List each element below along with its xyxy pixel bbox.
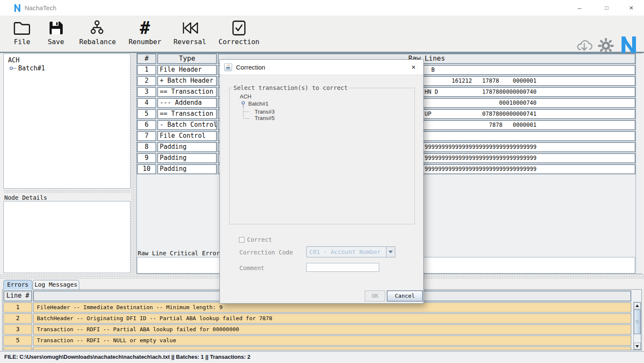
comment-input[interactable] (306, 263, 379, 272)
error-row[interactable]: 5Transaction -- RDFI -- NULL or empty va… (3, 335, 631, 346)
toolbar: File Save Rebalance # Renumber Reversal … (0, 16, 644, 53)
node-details-panel (3, 201, 130, 273)
scrollbar-thumb[interactable] (634, 310, 641, 334)
error-row[interactable]: 3Transaction -- RDFI -- Partial ABA look… (3, 324, 631, 335)
app-window: NachaTech – □ × File Save Rebalance # Re… (0, 0, 644, 363)
tab-errors[interactable]: Errors (3, 280, 32, 290)
dialog-title-bar[interactable]: Correction × (220, 60, 423, 75)
reversal-button[interactable]: Reversal (173, 20, 207, 51)
dialog-title: Correction (236, 64, 265, 71)
raw-line-critical-error-label: Raw Line Critical Error (138, 250, 220, 257)
column-header-num[interactable]: # (137, 53, 156, 64)
correct-checkbox[interactable] (239, 237, 244, 243)
close-button[interactable]: × (622, 0, 641, 16)
dialog-close-icon[interactable]: × (409, 63, 418, 72)
rebalance-button-label: Rebalance (79, 38, 115, 46)
cancel-button[interactable]: Cancel (387, 290, 423, 302)
correction-button-label: Correction (218, 38, 260, 46)
floppy-disk-icon (43, 20, 69, 36)
scroll-up-arrow-icon[interactable] (634, 302, 641, 309)
hierarchy-icon (79, 20, 115, 36)
save-button-label: Save (43, 38, 69, 46)
dialog-tree-item-trans3[interactable]: Trans#3 (255, 109, 275, 115)
table-scrollbar-track[interactable] (636, 53, 642, 274)
java-cup-icon (224, 63, 232, 71)
correction-code-label: Correction Code (239, 249, 293, 256)
column-header-type[interactable]: Type (157, 53, 217, 64)
renumber-button-label: Renumber (128, 38, 162, 46)
app-logo-icon (14, 4, 21, 14)
correction-code-dropdown[interactable]: C01 - Account Number (306, 246, 395, 257)
vertical-splitter[interactable] (131, 53, 136, 274)
tree-item-batch1[interactable]: Batch#1 (9, 64, 45, 72)
file-button[interactable]: File (9, 20, 35, 51)
rewind-icon (173, 20, 207, 36)
error-row-partial[interactable] (3, 346, 631, 350)
comment-label: Comment (239, 265, 264, 271)
tree-item-ach[interactable]: ACH (8, 56, 19, 64)
ok-button[interactable]: OK (365, 290, 385, 302)
correction-dialog: Correction × Select transaction(s) to co… (219, 59, 424, 304)
dialog-tree-item-ach[interactable]: ACH (240, 93, 251, 100)
tree-item-batch1-label: Batch#1 (18, 64, 45, 72)
tree-connector-line (243, 118, 250, 119)
window-title: NachaTech (25, 4, 56, 11)
tree-connector-line (243, 108, 244, 119)
left-horizontal-splitter[interactable] (3, 190, 130, 193)
file-button-label: File (9, 38, 35, 46)
errors-scrollbar[interactable] (633, 302, 641, 350)
error-row[interactable]: 1FileHeader -- Immediate Destination -- … (3, 302, 631, 313)
group-title: Select transaction(s) to correct (232, 84, 350, 91)
select-transactions-group: Select transaction(s) to correct ACH Bat… (229, 88, 415, 224)
tree-connector-line (243, 112, 250, 112)
error-row[interactable]: 2BatchHeader -- Originating DFI ID -- Pa… (3, 313, 631, 324)
minimize-button[interactable]: – (570, 0, 589, 16)
scroll-down-arrow-icon[interactable] (634, 343, 641, 349)
tab-log-messages[interactable]: Log Messages (33, 280, 79, 290)
tree-collapsed-handle-icon[interactable] (9, 64, 17, 72)
column-header-line-number[interactable]: Line # (3, 290, 32, 302)
rebalance-button[interactable]: Rebalance (79, 20, 115, 51)
save-button[interactable]: Save (43, 20, 69, 51)
reversal-button-label: Reversal (173, 38, 207, 46)
dialog-tree-item-batch1[interactable]: Batch#1 (248, 101, 269, 107)
folder-icon (9, 20, 35, 36)
status-bar: FILE: C:\Users\omugh\Downloads\nachatech… (0, 351, 644, 363)
dropdown-arrow-icon[interactable] (386, 247, 395, 257)
title-bar: NachaTech – □ × (0, 0, 644, 16)
checkbox-check-icon (218, 20, 260, 36)
correction-code-value: C01 - Account Number (309, 249, 381, 255)
ach-tree-panel: ACH Batch#1 (3, 53, 130, 189)
correct-checkbox-label: Correct (247, 236, 272, 243)
status-bar-text: FILE: C:\Users\omugh\Downloads\nachatech… (4, 354, 250, 360)
maximize-button[interactable]: □ (597, 0, 616, 16)
dialog-tree-item-trans5[interactable]: Trans#5 (255, 115, 275, 121)
hash-icon: # (128, 20, 162, 36)
node-details-label: Node Details (4, 194, 47, 201)
errors-table-body: 1FileHeader -- Immediate Destination -- … (3, 302, 631, 350)
correction-button[interactable]: Correction (218, 20, 260, 51)
renumber-button[interactable]: # Renumber (128, 20, 162, 51)
